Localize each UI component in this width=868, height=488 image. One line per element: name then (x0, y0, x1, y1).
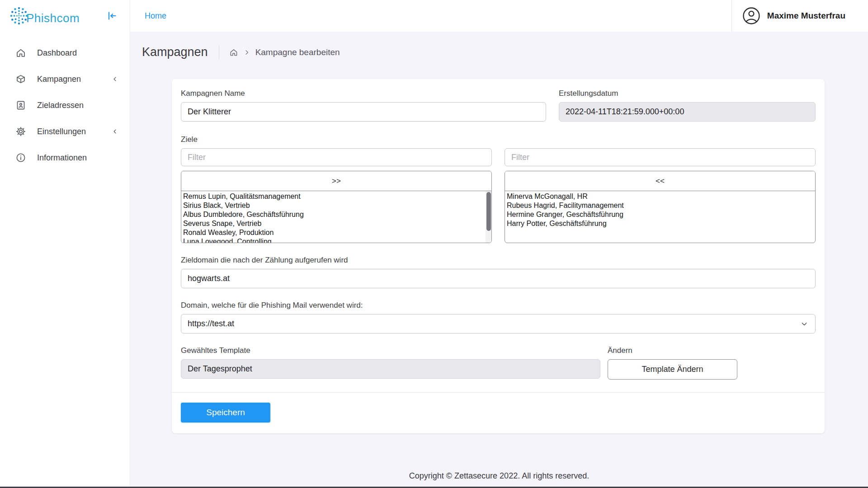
sidebar-item-zieladressen[interactable]: Zieladressen (0, 92, 130, 118)
sidebar-item-informationen[interactable]: Informationen (0, 145, 130, 171)
target-option[interactable]: Ronald Weasley, Produktion (183, 228, 491, 237)
chevron-left-icon (111, 127, 119, 136)
target-option[interactable]: Remus Lupin, Qualitätsmanagement (183, 192, 491, 201)
selected-filter-input[interactable] (505, 148, 816, 166)
brand-logo: Phishcom (8, 5, 80, 27)
template-input (181, 359, 600, 379)
collapse-sidebar-icon (106, 10, 118, 22)
target-option[interactable]: Albus Dumbledore, Geschäftsführung (183, 210, 491, 219)
app-window: Phishcom Dashboard (0, 0, 868, 488)
user-name: Maxime Musterfrau (767, 11, 845, 21)
change-template-button[interactable]: Template Ändern (608, 359, 737, 380)
breadcrumb: Kampagnen Kampagne bearbeiten (130, 32, 868, 59)
target-domain-field: Zieldomain die nach der Zählung aufgeruf… (181, 256, 816, 288)
sidebar-collapse-button[interactable] (105, 9, 119, 23)
campaign-name-input[interactable] (181, 102, 546, 122)
phishing-domain-value: https://test.at (188, 319, 234, 328)
scrollbar-thumb[interactable] (486, 192, 491, 231)
sidebar-item-label: Einstellungen (37, 127, 111, 136)
change-label: Ändern (608, 346, 737, 355)
home-icon (15, 47, 26, 58)
name-date-row: Kampagnen Name Erstellungsdatum (181, 89, 816, 122)
home-link[interactable]: Home (145, 11, 166, 21)
campaign-edit-card: Kampagnen Name Erstellungsdatum Ziele >> (172, 79, 825, 433)
info-icon (15, 152, 26, 163)
top-header: Home Maxime Musterfrau (130, 0, 868, 32)
sidebar-item-label: Zieladressen (37, 101, 119, 110)
template-label: Gewähltes Template (181, 346, 600, 355)
breadcrumb-divider (219, 46, 219, 59)
target-option[interactable]: Hermine Granger, Geschäftsführung (507, 210, 815, 219)
sidebar-header: Phishcom (0, 0, 130, 32)
contact-page-icon (15, 100, 26, 111)
chevron-down-icon (800, 319, 809, 328)
targets-row: >> Remus Lupin, QualitätsmanagementSiriu… (181, 148, 816, 243)
available-targets-column: >> Remus Lupin, QualitätsmanagementSiriu… (181, 148, 492, 243)
change-template-field: Ändern Template Ändern (608, 346, 737, 380)
sidebar-menu: Dashboard Kampagnen (0, 32, 130, 171)
save-button[interactable]: Speichern (181, 403, 270, 422)
campaign-name-field: Kampagnen Name (181, 89, 546, 122)
gear-icon (15, 126, 26, 137)
selected-targets-listbox: << Minerva McGonagall, HRRubeus Hagrid, … (505, 171, 816, 243)
target-option[interactable]: Minerva McGonagall, HR (507, 192, 815, 201)
created-date-field: Erstellungsdatum (559, 89, 816, 122)
campaign-name-label: Kampagnen Name (181, 89, 546, 98)
sidebar-item-kampagnen[interactable]: Kampagnen (0, 66, 130, 92)
target-option[interactable]: Rubeus Hagrid, Facilitymanagement (507, 201, 815, 210)
breadcrumb-current: Kampagne bearbeiten (255, 47, 340, 57)
phishing-domain-select[interactable]: https://test.at (181, 314, 816, 333)
target-domain-input[interactable] (181, 269, 816, 288)
move-right-button[interactable]: >> (181, 171, 491, 191)
created-date-label: Erstellungsdatum (559, 89, 816, 98)
available-targets-list[interactable]: Remus Lupin, QualitätsmanagementSirius B… (181, 191, 491, 243)
created-date-input (559, 102, 816, 122)
selected-targets-column: << Minerva McGonagall, HRRubeus Hagrid, … (505, 148, 816, 243)
selected-targets-list[interactable]: Minerva McGonagall, HRRubeus Hagrid, Fac… (505, 191, 815, 243)
target-option[interactable]: Harry Potter, Geschäftsführung (507, 219, 815, 228)
available-targets-listbox: >> Remus Lupin, QualitätsmanagementSiriu… (181, 171, 492, 243)
phishing-domain-label: Domain, welche für die Phishing Mail ver… (181, 301, 816, 310)
footer-copyright: Copyright © Zettasecure 2022. All rights… (130, 471, 868, 488)
target-domain-label: Zieldomain die nach der Zählung aufgeruf… (181, 256, 816, 265)
sidebar-item-einstellungen[interactable]: Einstellungen (0, 118, 130, 145)
breadcrumb-home-icon[interactable] (229, 48, 238, 57)
targets-label: Ziele (181, 135, 816, 144)
user-menu[interactable]: Maxime Musterfrau (731, 0, 868, 32)
template-row: Gewähltes Template Ändern Template Änder… (181, 346, 816, 380)
card-divider (172, 392, 825, 393)
sidebar-item-label: Informationen (37, 153, 119, 163)
template-field: Gewähltes Template (181, 346, 600, 380)
sidebar-item-label: Kampagnen (37, 75, 111, 84)
main-area: Home Maxime Musterfrau Kampagnen (130, 0, 868, 488)
campaigns-box-icon (15, 74, 26, 84)
target-option[interactable]: Sirius Black, Vertrieb (183, 201, 491, 210)
move-left-button[interactable]: << (505, 171, 815, 191)
avatar-icon (742, 6, 761, 25)
brand-name: Phishcom (26, 11, 80, 25)
phishing-domain-field: Domain, welche für die Phishing Mail ver… (181, 301, 816, 333)
scrollbar-track[interactable] (486, 191, 491, 243)
sidebar-item-label: Dashboard (37, 48, 119, 58)
chevron-right-icon (243, 48, 251, 56)
page-content: Kampagnen Kampagne bearbeiten (130, 32, 868, 488)
available-filter-input[interactable] (181, 148, 492, 166)
sidebar-item-dashboard[interactable]: Dashboard (0, 40, 130, 66)
sidebar: Phishcom Dashboard (0, 0, 130, 488)
page-title: Kampagnen (142, 45, 208, 59)
target-option[interactable]: Luna Lovegood, Controlling (183, 237, 491, 243)
target-option[interactable]: Severus Snape, Vertrieb (183, 219, 491, 228)
chevron-left-icon (111, 75, 119, 83)
